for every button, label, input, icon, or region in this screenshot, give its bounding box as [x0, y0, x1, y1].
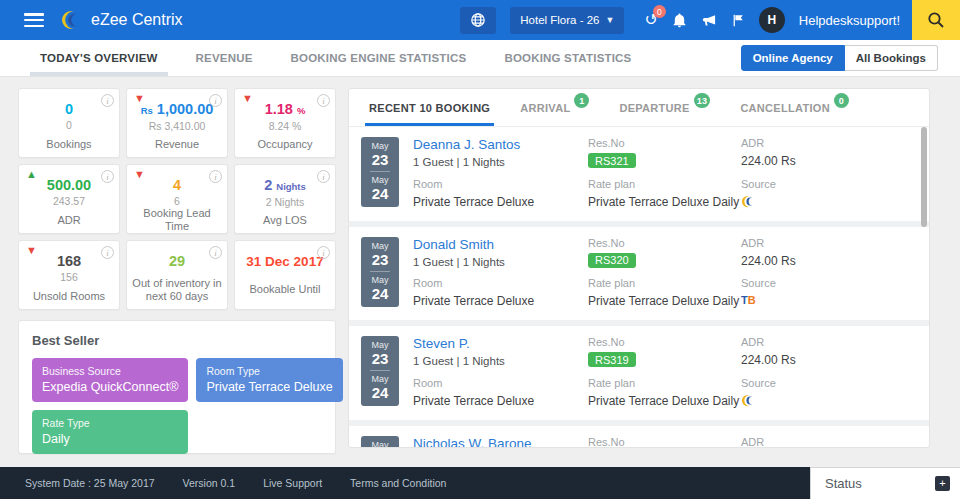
search-icon: [927, 11, 945, 29]
stat-card-bookings: i 0 0 Bookings: [18, 88, 120, 158]
announcements-megaphone-icon[interactable]: [701, 13, 717, 28]
version-label: Version 0.1: [183, 477, 236, 489]
badge-value: Expedia QuickConnect®: [42, 380, 178, 394]
user-avatar[interactable]: H: [759, 7, 785, 33]
tab-arrival[interactable]: ARRIVAL1: [520, 89, 589, 126]
stat-value: 2 Nights: [264, 178, 306, 194]
booking-row: May23 May24 Donald Smith1 Guest | 1 Nigh…: [349, 227, 929, 321]
reservation-number-badge: RS319: [588, 352, 636, 367]
badge-value: Daily: [42, 432, 178, 446]
trend-down-icon: ▼: [134, 168, 145, 180]
badge-label: Business Source: [42, 365, 178, 377]
stat-value: 31 Dec 2017: [246, 254, 323, 269]
info-icon[interactable]: i: [209, 94, 222, 107]
tab-booking-statistics[interactable]: BOOKING STATISTICS: [500, 40, 635, 76]
hotel-selector-dropdown[interactable]: Hotel Flora - 26 ▼: [510, 7, 624, 34]
info-icon[interactable]: i: [317, 94, 330, 107]
room-value: Private Terrace Deluxe: [413, 394, 588, 408]
tab-recent-10-booking[interactable]: RECENT 10 BOOKING: [369, 89, 490, 126]
stats-column: i 0 0 Bookings ▼ i Rs 1,000.00 Rs 3,410.…: [18, 88, 336, 454]
rate-plan-value: Private Terrace Deluxe Daily: [588, 294, 741, 308]
rate-plan-value: Private Terrace Deluxe Daily: [588, 394, 741, 408]
guest-name-link[interactable]: Deanna J. Santos: [413, 137, 588, 152]
stat-value: 0: [65, 102, 73, 117]
booking-row: May23 May24 Steven P.1 Guest | 1 Nights …: [349, 326, 929, 420]
refresh-count-badge: 0: [653, 5, 666, 18]
reservation-number-badge: RS321: [588, 153, 636, 168]
arrival-count-badge: 1: [574, 93, 589, 108]
booking-row: May23 May24 Nicholas W. Barone1 Guest | …: [349, 426, 929, 449]
all-bookings-toggle-button[interactable]: All Bookings: [845, 45, 938, 71]
notifications-bell-icon[interactable]: [672, 13, 687, 28]
stats-grid: i 0 0 Bookings ▼ i Rs 1,000.00 Rs 3,410.…: [18, 88, 336, 310]
booking-dates: May23 May24: [361, 336, 399, 406]
info-icon[interactable]: i: [317, 170, 330, 183]
hamburger-menu-icon[interactable]: [24, 13, 44, 27]
booking-row: May23 May24 Deanna J. Santos1 Guest | 1 …: [349, 127, 929, 221]
stat-value: 4: [173, 178, 181, 193]
best-seller-panel: Best Seller Business Source Expedia Quic…: [18, 320, 336, 454]
refresh-icon[interactable]: ↺0: [644, 12, 657, 28]
main-tab-strip: TODAY'S OVERVIEW REVENUE BOOKING ENGINE …: [0, 40, 960, 77]
online-agency-toggle-button[interactable]: Online Agency: [741, 45, 845, 71]
tab-revenue[interactable]: REVENUE: [192, 40, 257, 76]
best-seller-room-type: Room Type Private Terrace Deluxe: [196, 358, 342, 402]
room-value: Private Terrace Deluxe: [413, 294, 588, 308]
brand-logo-icon: [62, 8, 84, 32]
stat-subvalue: Rs 3,410.00: [149, 120, 206, 132]
user-name[interactable]: Helpdesksupport!: [799, 13, 900, 28]
stat-card-unsold-rooms: ▼ i 168 156 Unsold Rooms: [18, 240, 120, 310]
info-icon[interactable]: i: [101, 170, 114, 183]
guest-nights: 1 Guest | 1 Nights: [413, 355, 588, 367]
stat-label: Revenue: [155, 138, 199, 151]
globe-button[interactable]: [460, 7, 496, 34]
stat-subvalue: 156: [60, 271, 78, 283]
guest-nights: 1 Guest | 1 Nights: [413, 156, 588, 168]
brand-logo: eZee Centrix: [62, 8, 183, 32]
main-content: i 0 0 Bookings ▼ i Rs 1,000.00 Rs 3,410.…: [0, 77, 960, 454]
reservation-number-badge: RS320: [588, 253, 636, 268]
best-seller-rate-type: Rate Type Daily: [32, 410, 188, 454]
stat-card-bookable-until: i 31 Dec 2017 Bookable Until: [234, 240, 336, 310]
panel-scrollbar-thumb[interactable]: [921, 127, 927, 227]
adr-value: 224.00 Rs: [741, 353, 913, 367]
terms-link[interactable]: Terms and Condition: [350, 477, 446, 489]
stat-label: ADR: [57, 214, 80, 227]
tab-cancellation[interactable]: CANCELLATION0: [740, 89, 849, 126]
stat-subvalue: 8.24 %: [269, 120, 302, 132]
booking-dates: May23 May24: [361, 436, 399, 449]
stat-subvalue: 0: [66, 119, 72, 131]
tab-departure[interactable]: DEPARTURE13: [619, 89, 710, 126]
info-icon[interactable]: i: [101, 94, 114, 107]
tab-todays-overview[interactable]: TODAY'S OVERVIEW: [36, 40, 162, 76]
cancellation-count-badge: 0: [834, 93, 849, 108]
stat-card-adr: ▲ i 500.00 243.57 ADR: [18, 164, 120, 234]
app-window: eZee Centrix Hotel Flora - 26 ▼ ↺0 H: [0, 0, 960, 499]
guest-name-link[interactable]: Nicholas W. Barone: [413, 436, 588, 449]
info-icon[interactable]: i: [317, 246, 330, 259]
system-date: System Date : 25 May 2017: [25, 477, 155, 489]
live-support-link[interactable]: Live Support: [263, 477, 322, 489]
guest-name-link[interactable]: Donald Smith: [413, 237, 588, 252]
stat-card-revenue: ▼ i Rs 1,000.00 Rs 3,410.00 Revenue: [126, 88, 228, 158]
stat-value: 500.00: [47, 178, 91, 193]
guest-name-link[interactable]: Steven P.: [413, 336, 588, 351]
booking-source-ezee-icon: [741, 194, 913, 209]
stat-label: Avg LOS: [263, 214, 307, 227]
flag-icon[interactable]: [731, 13, 745, 28]
brand-name: eZee Centrix: [91, 11, 183, 29]
status-label: Status: [825, 476, 862, 491]
stat-label: Bookable Until: [250, 283, 321, 296]
info-icon[interactable]: i: [209, 246, 222, 259]
departure-count-badge: 13: [694, 93, 711, 108]
adr-value: 224.00 Rs: [741, 254, 913, 268]
info-icon[interactable]: i: [101, 246, 114, 259]
badge-value: Private Terrace Deluxe: [206, 380, 332, 394]
status-widget[interactable]: Status +: [810, 467, 960, 499]
search-button[interactable]: [912, 0, 960, 40]
info-icon[interactable]: i: [209, 170, 222, 183]
expand-plus-icon[interactable]: +: [935, 476, 950, 491]
badge-label: Rate Type: [42, 417, 178, 429]
booking-source-channel-icon: TB: [741, 294, 756, 306]
tab-booking-engine-statistics[interactable]: BOOKING ENGINE STATISTICS: [287, 40, 471, 76]
